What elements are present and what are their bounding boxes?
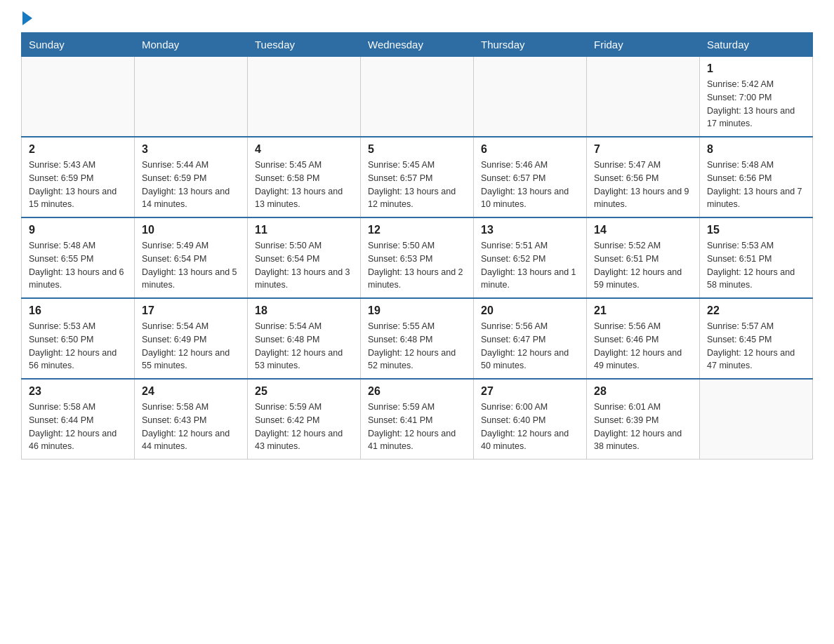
day-info: Sunrise: 5:45 AM Sunset: 6:58 PM Dayligh…	[255, 159, 353, 211]
day-number: 28	[594, 385, 692, 398]
calendar-cell	[700, 379, 813, 459]
day-number: 8	[707, 143, 805, 156]
calendar-cell: 24Sunrise: 5:58 AM Sunset: 6:43 PM Dayli…	[135, 379, 248, 459]
weekday-header-tuesday: Tuesday	[248, 33, 361, 57]
day-number: 21	[594, 304, 692, 317]
calendar-cell: 8Sunrise: 5:48 AM Sunset: 6:56 PM Daylig…	[700, 137, 813, 217]
weekday-header-thursday: Thursday	[474, 33, 587, 57]
day-number: 13	[481, 224, 579, 236]
day-info: Sunrise: 5:51 AM Sunset: 6:52 PM Dayligh…	[481, 239, 579, 292]
day-number: 6	[481, 143, 579, 156]
day-info: Sunrise: 5:59 AM Sunset: 6:42 PM Dayligh…	[255, 401, 353, 453]
day-info: Sunrise: 5:53 AM Sunset: 6:50 PM Dayligh…	[29, 320, 127, 373]
day-number: 19	[368, 304, 466, 317]
day-number: 12	[368, 224, 466, 236]
day-info: Sunrise: 5:50 AM Sunset: 6:54 PM Dayligh…	[255, 239, 353, 292]
day-number: 1	[707, 62, 805, 75]
calendar-cell	[135, 57, 248, 137]
day-info: Sunrise: 5:47 AM Sunset: 6:56 PM Dayligh…	[594, 159, 692, 211]
calendar-week-row: 16Sunrise: 5:53 AM Sunset: 6:50 PM Dayli…	[22, 298, 813, 379]
day-info: Sunrise: 5:54 AM Sunset: 6:48 PM Dayligh…	[255, 320, 353, 373]
day-number: 17	[142, 304, 240, 317]
day-number: 4	[255, 143, 353, 156]
calendar-week-row: 1Sunrise: 5:42 AM Sunset: 7:00 PM Daylig…	[22, 57, 813, 137]
weekday-header-friday: Friday	[587, 33, 700, 57]
calendar-cell: 20Sunrise: 5:56 AM Sunset: 6:47 PM Dayli…	[474, 298, 587, 379]
day-info: Sunrise: 5:59 AM Sunset: 6:41 PM Dayligh…	[368, 401, 466, 453]
calendar-cell: 15Sunrise: 5:53 AM Sunset: 6:51 PM Dayli…	[700, 217, 813, 298]
calendar-cell	[248, 57, 361, 137]
weekday-header-sunday: Sunday	[22, 33, 135, 57]
calendar-table: SundayMondayTuesdayWednesdayThursdayFrid…	[21, 32, 813, 459]
day-number: 26	[368, 385, 466, 398]
day-number: 11	[255, 224, 353, 236]
logo-arrow-icon	[22, 11, 32, 25]
calendar-week-row: 23Sunrise: 5:58 AM Sunset: 6:44 PM Dayli…	[22, 379, 813, 459]
logo	[21, 14, 32, 25]
calendar-cell: 12Sunrise: 5:50 AM Sunset: 6:53 PM Dayli…	[361, 217, 474, 298]
calendar-cell: 23Sunrise: 5:58 AM Sunset: 6:44 PM Dayli…	[22, 379, 135, 459]
day-info: Sunrise: 5:45 AM Sunset: 6:57 PM Dayligh…	[368, 159, 466, 211]
day-info: Sunrise: 6:01 AM Sunset: 6:39 PM Dayligh…	[594, 401, 692, 453]
calendar-cell	[474, 57, 587, 137]
day-info: Sunrise: 5:54 AM Sunset: 6:49 PM Dayligh…	[142, 320, 240, 373]
calendar-cell: 11Sunrise: 5:50 AM Sunset: 6:54 PM Dayli…	[248, 217, 361, 298]
day-info: Sunrise: 5:56 AM Sunset: 6:47 PM Dayligh…	[481, 320, 579, 373]
calendar-cell: 5Sunrise: 5:45 AM Sunset: 6:57 PM Daylig…	[361, 137, 474, 217]
day-number: 7	[594, 143, 692, 156]
calendar-cell: 13Sunrise: 5:51 AM Sunset: 6:52 PM Dayli…	[474, 217, 587, 298]
day-number: 10	[142, 224, 240, 236]
calendar-cell: 21Sunrise: 5:56 AM Sunset: 6:46 PM Dayli…	[587, 298, 700, 379]
day-number: 14	[594, 224, 692, 236]
weekday-header-monday: Monday	[135, 33, 248, 57]
calendar-cell: 3Sunrise: 5:44 AM Sunset: 6:59 PM Daylig…	[135, 137, 248, 217]
page-header	[21, 14, 813, 25]
calendar-week-row: 2Sunrise: 5:43 AM Sunset: 6:59 PM Daylig…	[22, 137, 813, 217]
calendar-cell: 14Sunrise: 5:52 AM Sunset: 6:51 PM Dayli…	[587, 217, 700, 298]
day-number: 16	[29, 304, 127, 317]
calendar-cell: 25Sunrise: 5:59 AM Sunset: 6:42 PM Dayli…	[248, 379, 361, 459]
calendar-cell: 2Sunrise: 5:43 AM Sunset: 6:59 PM Daylig…	[22, 137, 135, 217]
day-info: Sunrise: 5:52 AM Sunset: 6:51 PM Dayligh…	[594, 239, 692, 292]
day-info: Sunrise: 5:42 AM Sunset: 7:00 PM Dayligh…	[707, 78, 805, 130]
calendar-cell: 1Sunrise: 5:42 AM Sunset: 7:00 PM Daylig…	[700, 57, 813, 137]
calendar-cell: 10Sunrise: 5:49 AM Sunset: 6:54 PM Dayli…	[135, 217, 248, 298]
day-number: 5	[368, 143, 466, 156]
weekday-header-wednesday: Wednesday	[361, 33, 474, 57]
day-info: Sunrise: 6:00 AM Sunset: 6:40 PM Dayligh…	[481, 401, 579, 453]
day-info: Sunrise: 5:43 AM Sunset: 6:59 PM Dayligh…	[29, 159, 127, 211]
day-info: Sunrise: 5:56 AM Sunset: 6:46 PM Dayligh…	[594, 320, 692, 373]
day-number: 25	[255, 385, 353, 398]
calendar-cell: 19Sunrise: 5:55 AM Sunset: 6:48 PM Dayli…	[361, 298, 474, 379]
day-number: 15	[707, 224, 805, 236]
day-info: Sunrise: 5:48 AM Sunset: 6:56 PM Dayligh…	[707, 159, 805, 211]
day-number: 18	[255, 304, 353, 317]
calendar-cell: 4Sunrise: 5:45 AM Sunset: 6:58 PM Daylig…	[248, 137, 361, 217]
day-info: Sunrise: 5:57 AM Sunset: 6:45 PM Dayligh…	[707, 320, 805, 373]
calendar-cell: 17Sunrise: 5:54 AM Sunset: 6:49 PM Dayli…	[135, 298, 248, 379]
calendar-cell: 6Sunrise: 5:46 AM Sunset: 6:57 PM Daylig…	[474, 137, 587, 217]
day-info: Sunrise: 5:58 AM Sunset: 6:44 PM Dayligh…	[29, 401, 127, 453]
day-info: Sunrise: 5:53 AM Sunset: 6:51 PM Dayligh…	[707, 239, 805, 292]
day-number: 24	[142, 385, 240, 398]
day-number: 2	[29, 143, 127, 156]
calendar-cell: 7Sunrise: 5:47 AM Sunset: 6:56 PM Daylig…	[587, 137, 700, 217]
calendar-cell	[361, 57, 474, 137]
calendar-cell: 27Sunrise: 6:00 AM Sunset: 6:40 PM Dayli…	[474, 379, 587, 459]
day-number: 23	[29, 385, 127, 398]
day-info: Sunrise: 5:44 AM Sunset: 6:59 PM Dayligh…	[142, 159, 240, 211]
day-info: Sunrise: 5:46 AM Sunset: 6:57 PM Dayligh…	[481, 159, 579, 211]
calendar-week-row: 9Sunrise: 5:48 AM Sunset: 6:55 PM Daylig…	[22, 217, 813, 298]
weekday-header-saturday: Saturday	[700, 33, 813, 57]
calendar-cell: 9Sunrise: 5:48 AM Sunset: 6:55 PM Daylig…	[22, 217, 135, 298]
day-info: Sunrise: 5:49 AM Sunset: 6:54 PM Dayligh…	[142, 239, 240, 292]
calendar-cell: 26Sunrise: 5:59 AM Sunset: 6:41 PM Dayli…	[361, 379, 474, 459]
calendar-cell	[22, 57, 135, 137]
day-number: 9	[29, 224, 127, 236]
day-info: Sunrise: 5:55 AM Sunset: 6:48 PM Dayligh…	[368, 320, 466, 373]
weekday-header-row: SundayMondayTuesdayWednesdayThursdayFrid…	[22, 33, 813, 57]
calendar-cell: 28Sunrise: 6:01 AM Sunset: 6:39 PM Dayli…	[587, 379, 700, 459]
day-info: Sunrise: 5:50 AM Sunset: 6:53 PM Dayligh…	[368, 239, 466, 292]
day-info: Sunrise: 5:48 AM Sunset: 6:55 PM Dayligh…	[29, 239, 127, 292]
calendar-cell	[587, 57, 700, 137]
